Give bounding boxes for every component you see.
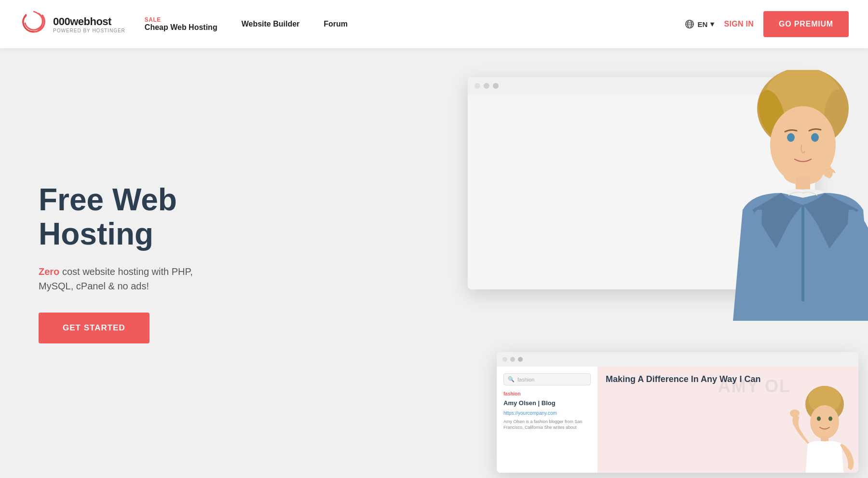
hero-title: Free Web Hosting	[39, 183, 227, 251]
nav-item-cheap-hosting[interactable]: SALE Cheap Web Hosting	[145, 16, 217, 32]
svg-point-0	[20, 11, 47, 38]
browser-mockup-second: 🔍 fashion fashion Amy Olsen | Blog https…	[497, 352, 858, 473]
blog-card: 🔍 fashion fashion Amy Olsen | Blog https…	[497, 367, 598, 473]
language-selector[interactable]: EN ▾	[684, 19, 715, 29]
svg-point-20	[828, 417, 832, 421]
hero-subtitle: Zero cost website hosting with PHP, MySQ…	[39, 264, 227, 293]
svg-rect-15	[801, 205, 804, 301]
blog-description: Amy Olsen is a fashion blogger from San …	[503, 419, 591, 431]
svg-point-11	[787, 133, 795, 142]
person-svg	[714, 70, 868, 321]
hero-section: Free Web Hosting Zero cost website hosti…	[0, 48, 868, 478]
nav-links: SALE Cheap Web Hosting Website Builder F…	[145, 16, 684, 32]
search-icon: 🔍	[508, 376, 515, 382]
nav-forum-link[interactable]: Forum	[324, 20, 348, 28]
nav-sale-label: SALE	[145, 16, 217, 23]
globe-icon	[684, 19, 695, 29]
nav-website-builder-link[interactable]: Website Builder	[242, 20, 300, 28]
get-started-button[interactable]: GET STARTED	[39, 313, 149, 343]
browser-bar-second	[497, 352, 858, 367]
chevron-down-icon: ▾	[710, 20, 714, 28]
browser-dot-sm-2	[510, 357, 515, 362]
browser-dot-1	[475, 83, 480, 89]
hero-visual-area: 🔍 fashion fashion Amy Olsen | Blog https…	[468, 77, 868, 473]
nav-cheap-hosting-link[interactable]: Cheap Web Hosting	[145, 23, 217, 32]
amy-card: AMY OL Making A Difference In Any Way I …	[598, 367, 858, 473]
logo-link[interactable]: 000webhost POWERED BY HOSTINGER	[19, 10, 125, 39]
navbar: 000webhost POWERED BY HOSTINGER SALE Che…	[0, 0, 868, 48]
hero-highlight-text: Zero	[39, 266, 59, 277]
svg-point-19	[817, 417, 821, 421]
hero-content: Free Web Hosting Zero cost website hosti…	[0, 144, 265, 382]
logo-name: 000webhost	[53, 15, 125, 28]
amy-watermark-text: AMY OL	[718, 376, 791, 396]
logo-icon	[19, 10, 48, 39]
blog-search-text: fashion	[517, 377, 534, 382]
browser-second-content: 🔍 fashion fashion Amy Olsen | Blog https…	[497, 367, 858, 473]
browser-dot-sm-3	[518, 357, 523, 362]
logo-powered-by: POWERED BY HOSTINGER	[53, 28, 125, 33]
browser-dot-3	[493, 83, 499, 89]
svg-point-22	[790, 410, 800, 417]
blog-tag: fashion	[503, 391, 591, 396]
blog-search-bar[interactable]: 🔍 fashion	[503, 373, 591, 385]
person-image	[714, 70, 868, 321]
amy-svg	[786, 386, 858, 473]
blog-title: Amy Olsen | Blog	[503, 399, 591, 408]
browser-dot-2	[484, 83, 489, 89]
svg-point-12	[811, 133, 819, 142]
browser-dot-sm-1	[502, 357, 507, 362]
hero-subtitle-rest: cost website hosting with PHP, MySQL, cP…	[39, 266, 193, 291]
nav-right: EN ▾ SIGN IN GO PREMIUM	[684, 11, 849, 37]
go-premium-button[interactable]: GO PREMIUM	[763, 11, 849, 37]
amy-figure	[786, 386, 858, 473]
lang-code: EN	[698, 20, 708, 28]
blog-url[interactable]: https://yourcompany.com	[503, 410, 591, 416]
svg-point-18	[810, 405, 839, 439]
sign-in-button[interactable]: SIGN IN	[724, 20, 754, 28]
